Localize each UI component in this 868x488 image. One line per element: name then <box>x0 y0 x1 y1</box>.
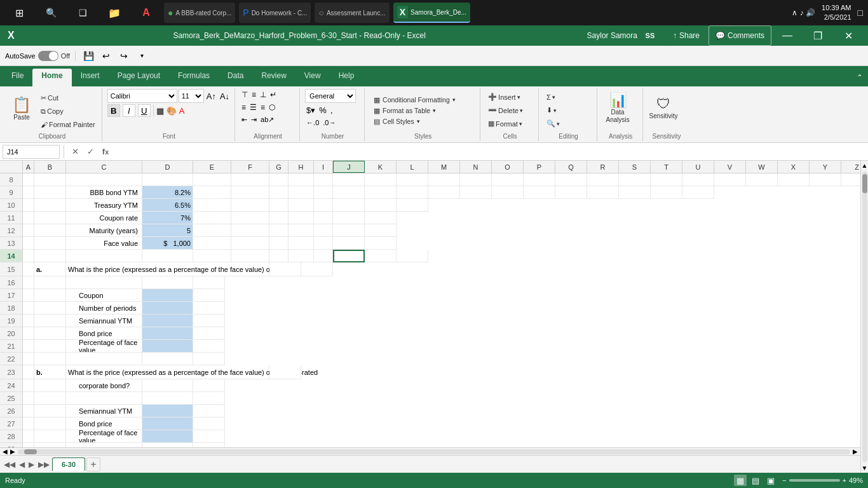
col-header-o[interactable]: O <box>492 161 524 173</box>
save-qa-button[interactable]: 💾 <box>81 48 96 64</box>
cell-d11[interactable]: 7% <box>142 212 193 224</box>
cell-a15[interactable] <box>23 262 34 276</box>
cell-j28[interactable] <box>193 430 225 443</box>
cell-b16[interactable] <box>34 276 66 289</box>
cell-m8[interactable] <box>428 173 460 186</box>
cell-a27[interactable] <box>23 417 34 430</box>
cell-d24[interactable] <box>142 379 193 392</box>
cell-k8[interactable] <box>365 173 397 186</box>
cell-j17[interactable] <box>193 289 225 302</box>
cell-g9[interactable] <box>269 186 288 199</box>
cell-h8[interactable] <box>288 173 314 186</box>
font-name-select[interactable]: Calibri <box>107 89 177 103</box>
cell-b18[interactable] <box>34 302 66 315</box>
zoom-level[interactable]: 49% <box>849 477 863 484</box>
cell-d17[interactable] <box>142 289 193 302</box>
cell-f14[interactable] <box>231 250 269 262</box>
cell-j20[interactable] <box>193 327 225 340</box>
col-header-t[interactable]: T <box>651 161 682 173</box>
cancel-formula-button[interactable]: ✕ <box>68 145 82 159</box>
cell-g13[interactable] <box>269 237 288 250</box>
cell-i8[interactable] <box>314 173 333 186</box>
wrap-text-button[interactable]: ↵ <box>269 89 278 100</box>
cell-g14[interactable] <box>269 250 288 262</box>
cell-l10[interactable] <box>397 199 428 212</box>
cell-c16[interactable] <box>66 276 142 289</box>
cell-e10[interactable] <box>193 199 231 212</box>
cell-c15-merged[interactable]: What is the price (expressed as a percen… <box>66 262 269 276</box>
col-header-v[interactable]: V <box>714 161 746 173</box>
cell-j27[interactable] <box>193 417 225 430</box>
cell-b8[interactable] <box>34 173 66 186</box>
vertical-scrollbar[interactable]: ▲ ▼ <box>860 161 868 473</box>
fill-button[interactable]: ⬇ ▾ <box>544 104 559 117</box>
chrome-tab2-label[interactable]: Do Homework - C... <box>252 10 308 17</box>
cell-e11[interactable] <box>193 212 231 224</box>
format-painter-button[interactable]: 🖌 Format Painter <box>38 118 98 131</box>
cell-b25[interactable] <box>34 392 66 405</box>
cell-p8[interactable] <box>524 173 555 186</box>
cell-k12[interactable] <box>365 224 397 237</box>
scroll-down-button[interactable]: ▼ <box>860 463 868 473</box>
cell-g8[interactable] <box>269 173 288 186</box>
tab-review[interactable]: Review <box>252 69 295 86</box>
col-header-h[interactable]: H <box>288 161 314 173</box>
tab-home[interactable]: Home <box>32 69 71 86</box>
cell-n9[interactable] <box>460 186 492 199</box>
cell-d9[interactable]: 8.2% <box>142 186 193 199</box>
col-header-b[interactable]: B <box>34 161 66 173</box>
align-center-button[interactable]: ☰ <box>248 102 258 113</box>
col-header-j[interactable]: J <box>333 161 365 173</box>
cell-a16[interactable] <box>23 276 34 289</box>
cell-x8[interactable] <box>778 173 810 186</box>
horizontal-scrollbar[interactable]: ◀ ▶ ▶ <box>0 447 860 455</box>
cell-d28[interactable] <box>142 430 193 443</box>
cell-a24[interactable] <box>23 379 34 392</box>
col-header-l[interactable]: L <box>397 161 428 173</box>
cell-c18[interactable]: Number of periods <box>66 302 142 315</box>
tab-page-layout[interactable]: Page Layout <box>109 69 169 86</box>
cell-g12[interactable] <box>269 224 288 237</box>
cell-y8[interactable] <box>810 173 841 186</box>
cell-b28[interactable] <box>34 430 66 443</box>
align-right-button[interactable]: ≡ <box>259 102 266 113</box>
sheet-nav-right2[interactable]: ▶▶ <box>37 460 51 469</box>
cell-o9[interactable] <box>492 186 524 199</box>
user-avatar[interactable]: SS <box>641 27 659 44</box>
cell-d22[interactable] <box>142 353 193 365</box>
cell-d18[interactable] <box>142 302 193 315</box>
insert-button[interactable]: ➕ Insert ▾ <box>485 91 523 104</box>
cell-h12[interactable] <box>288 224 314 237</box>
cell-u8[interactable] <box>682 173 714 186</box>
redo-button[interactable]: ↪ <box>116 48 132 64</box>
cell-c26[interactable]: Semiannual YTM <box>66 405 142 417</box>
col-header-g[interactable]: G <box>269 161 288 173</box>
tab-insert[interactable]: Insert <box>72 69 109 86</box>
cell-j15[interactable] <box>269 262 301 276</box>
col-header-f[interactable]: F <box>231 161 269 173</box>
tab-formulas[interactable]: Formulas <box>169 69 219 86</box>
cell-d26[interactable] <box>142 405 193 417</box>
file-explorer-button[interactable]: 📁 <box>100 1 128 24</box>
cell-j25[interactable] <box>193 392 225 405</box>
cell-b15[interactable]: a. <box>34 262 66 276</box>
cell-b22[interactable] <box>34 353 66 365</box>
cell-k13[interactable] <box>365 237 397 250</box>
cell-a17[interactable] <box>23 289 34 302</box>
scroll-left-button[interactable]: ◀ <box>3 448 8 455</box>
zoom-slider[interactable] <box>789 479 840 482</box>
clear-button[interactable]: 🔍 ▾ <box>544 118 562 130</box>
cell-f11[interactable] <box>231 212 269 224</box>
paste-button[interactable]: 📋 Paste <box>6 89 37 127</box>
cell-i10[interactable] <box>314 199 333 212</box>
cell-a26[interactable] <box>23 405 34 417</box>
cell-j16[interactable] <box>193 276 225 289</box>
font-size-select[interactable]: 11 <box>179 89 204 103</box>
cell-l14[interactable] <box>397 250 428 262</box>
cell-c22[interactable] <box>66 353 142 365</box>
col-header-y[interactable]: Y <box>810 161 841 173</box>
decrease-font-button[interactable]: A↓ <box>219 92 231 101</box>
cell-m9[interactable] <box>428 186 460 199</box>
cell-h11[interactable] <box>288 212 314 224</box>
cell-h14[interactable] <box>288 250 314 262</box>
